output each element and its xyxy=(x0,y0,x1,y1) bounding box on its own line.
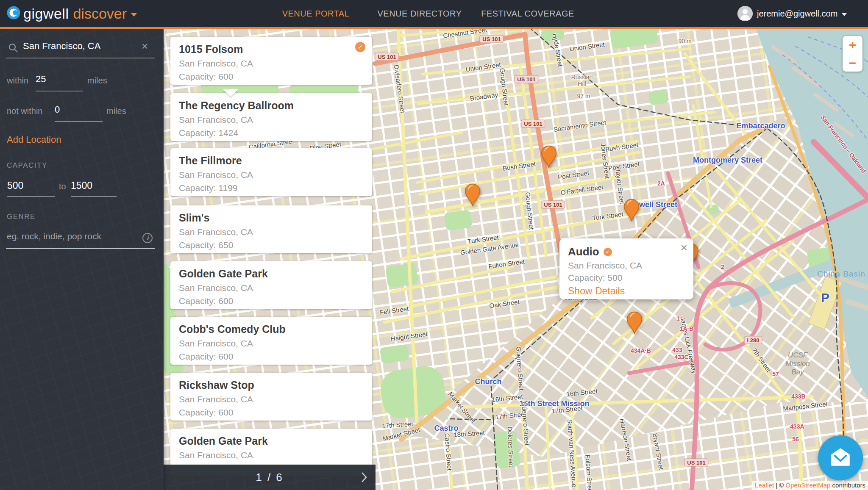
zoom-in-button[interactable]: + xyxy=(843,36,862,54)
show-details-link[interactable]: Show Details xyxy=(568,285,685,297)
popup-venue-name: Audio xyxy=(568,245,599,258)
route-shield: US 101 xyxy=(514,75,538,83)
map-label: 56 xyxy=(792,436,799,443)
zoom-out-button[interactable]: − xyxy=(843,54,862,72)
not-within-unit-label: miles xyxy=(106,106,126,116)
venue-name: The Regency Ballroom xyxy=(179,100,364,112)
clear-search-icon[interactable]: × xyxy=(142,41,148,51)
next-page-button[interactable] xyxy=(360,471,368,486)
app-logo-menu[interactable]: gigwell discover xyxy=(7,0,137,27)
within-unit-label: miles xyxy=(87,76,107,86)
venue-capacity: Capacity: 600 xyxy=(179,296,364,306)
venue-name: 1015 Folsom xyxy=(179,43,364,55)
map-label: 434A·B xyxy=(631,347,651,354)
venue-name: The Fillmore xyxy=(179,155,364,167)
capacity-max-input[interactable] xyxy=(71,180,117,191)
chevron-right-icon xyxy=(360,471,368,484)
venue-location: San Francisco, CA xyxy=(179,58,364,69)
map-label: 2A xyxy=(657,180,665,187)
venue-popup: Audio ✓ San Francisco, CA Capacity: 500 … xyxy=(559,238,693,299)
venue-location: San Francisco, CA xyxy=(179,283,364,293)
tab-venue-directory[interactable]: VENUE DIRECTORY xyxy=(377,0,462,27)
map-marker-pin[interactable] xyxy=(623,199,640,221)
envelope-icon xyxy=(829,446,852,470)
venue-card[interactable]: The Regency BallroomSan Francisco, CACap… xyxy=(170,93,372,141)
page-indicator: 1 / 6 xyxy=(256,471,284,484)
popup-venue-location: San Francisco, CA xyxy=(568,260,685,271)
map-zoom-control: + − xyxy=(843,36,862,72)
venue-card[interactable]: The FillmoreSan Francisco, CACapacity: 1… xyxy=(170,148,372,196)
user-email: jeremie@gigwell.com xyxy=(757,9,837,19)
map-label: P xyxy=(821,291,829,305)
venue-capacity: Capacity: 600 xyxy=(179,407,364,418)
pagination-bar: 1 / 6 xyxy=(164,465,376,490)
capacity-to-label: to xyxy=(59,182,66,191)
map-label: 97 m xyxy=(577,93,590,100)
map-marker-pin[interactable] xyxy=(541,145,557,168)
map-label: Russian Hill xyxy=(571,74,593,87)
search-icon xyxy=(8,42,19,55)
divider xyxy=(55,121,103,122)
venue-name: Slim's xyxy=(179,212,364,224)
not-within-label: not within xyxy=(7,106,43,116)
map-label: Embarcadero xyxy=(736,122,785,130)
venue-capacity: Capacity: 600 xyxy=(179,72,364,82)
venue-location: San Francisco, CA xyxy=(179,450,364,460)
chevron-down-icon xyxy=(842,13,847,16)
venue-name: Rickshaw Stop xyxy=(179,379,364,391)
venue-card[interactable]: 1015 FolsomSan Francisco, CACapacity: 60… xyxy=(170,37,372,85)
venue-card[interactable]: Golden Gate ParkSan Francisco, CACapacit… xyxy=(170,261,372,309)
venue-location: San Francisco, CA xyxy=(179,170,364,180)
map-label: 2 xyxy=(721,263,724,270)
within-miles-input[interactable] xyxy=(36,74,82,85)
map-marker-pin[interactable] xyxy=(465,183,481,206)
info-icon[interactable]: i xyxy=(142,233,153,243)
venue-name: Golden Gate Park xyxy=(179,268,364,280)
brand-text: gigwell xyxy=(23,6,69,22)
map-label: Dolores Street xyxy=(506,426,515,467)
genre-input[interactable] xyxy=(7,231,138,241)
map-label: 433 xyxy=(672,346,682,353)
tab-festival-coverage[interactable]: FESTIVAL COVERAGE xyxy=(481,0,574,27)
map-label: well Street xyxy=(639,200,677,209)
venue-card[interactable]: Rickshaw StopSan Francisco, CACapacity: … xyxy=(170,373,372,421)
divider xyxy=(6,248,155,249)
map-label: 1A·B xyxy=(680,325,694,332)
map-attribution: Leaflet | © OpenStreetMap contributors xyxy=(752,481,868,490)
user-menu[interactable]: jeremie@gigwell.com xyxy=(737,0,847,27)
venue-capacity: Capacity: 1199 xyxy=(179,183,364,193)
map-label: UCSF Mission Bay xyxy=(785,351,810,376)
venue-name: Golden Gate Park xyxy=(179,435,364,447)
location-search-input[interactable] xyxy=(23,41,137,52)
venue-location: San Francisco, CA xyxy=(179,227,364,237)
tab-venue-portal[interactable]: VENUE PORTAL xyxy=(282,0,350,27)
map-marker-pin[interactable] xyxy=(626,311,643,334)
leaflet-link[interactable]: Leaflet xyxy=(755,482,774,489)
divider xyxy=(71,196,117,197)
venue-card[interactable]: Slim'sSan Francisco, CACapacity: 650 xyxy=(170,205,372,253)
popup-tail xyxy=(223,89,238,97)
avatar xyxy=(737,6,753,21)
within-label: within xyxy=(7,76,28,86)
chat-button[interactable] xyxy=(818,435,863,480)
map-label: 57 xyxy=(772,371,779,377)
not-within-miles-input[interactable] xyxy=(55,104,102,115)
close-icon[interactable]: × xyxy=(681,241,687,255)
venue-capacity: Capacity: 600 xyxy=(179,352,364,362)
map-label: 433B xyxy=(791,393,805,400)
map-label: 90 m xyxy=(678,38,691,44)
genre-label: GENRE xyxy=(7,213,36,221)
divider xyxy=(36,91,83,91)
map-label: China Basin xyxy=(817,269,865,279)
map-label: Montgomery Street xyxy=(693,156,762,165)
add-location-link[interactable]: Add Location xyxy=(7,134,61,145)
route-shield: US 101 xyxy=(541,201,565,209)
popup-venue-capacity: Capacity: 500 xyxy=(568,273,685,283)
venue-location: San Francisco, CA xyxy=(179,338,364,349)
venue-card[interactable]: Cobb's Comedy ClubSan Francisco, CACapac… xyxy=(170,317,372,365)
route-shield: US 101 xyxy=(479,35,504,43)
top-nav-bar: gigwell discover VENUE PORTAL VENUE DIRE… xyxy=(0,0,868,29)
osm-link[interactable]: OpenStreetMap xyxy=(786,482,831,489)
map-label: 433C xyxy=(674,354,688,360)
capacity-min-input[interactable] xyxy=(7,180,55,191)
